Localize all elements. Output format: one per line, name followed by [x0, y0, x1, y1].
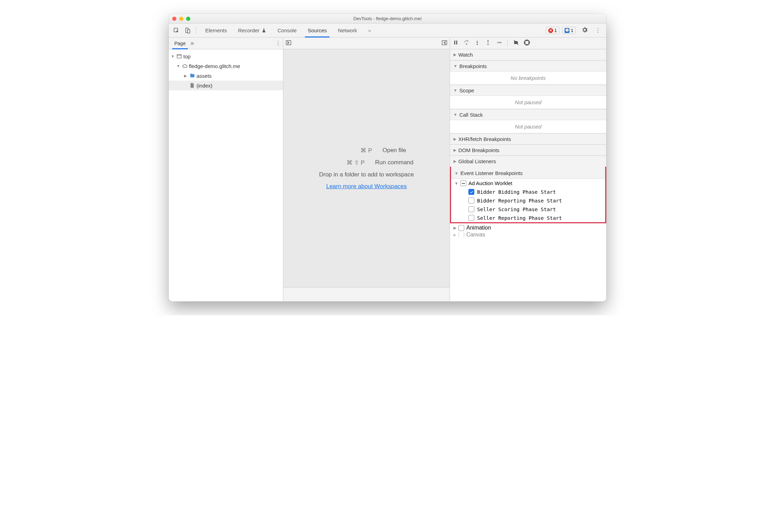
- svg-point-11: [466, 43, 467, 44]
- svg-rect-3: [177, 55, 181, 58]
- debugger-toolbar: [450, 38, 606, 49]
- svg-rect-2: [188, 30, 190, 33]
- section-breakpoints[interactable]: ▼Breakpoints: [450, 60, 606, 72]
- main-tabs: Elements Recorder Console Sources Networ…: [200, 24, 377, 37]
- tab-console[interactable]: Console: [272, 24, 302, 37]
- tab-network[interactable]: Network: [332, 24, 362, 37]
- folder-icon: [190, 73, 195, 78]
- step-icon[interactable]: [496, 40, 502, 47]
- workspace-hint: Drop in a folder to add to workspace: [319, 171, 414, 178]
- workspace-learn-more-link[interactable]: Learn more about Workspaces: [326, 183, 407, 190]
- svg-point-13: [477, 44, 478, 45]
- editor-empty-state: ⌘ P Open file ⌘ ⇧ P Run command Drop in …: [283, 49, 450, 288]
- svg-rect-21: [527, 41, 528, 44]
- titlebar: DevTools - fledge-demo.glitch.me/: [169, 14, 606, 24]
- open-file-shortcut: ⌘ P: [327, 147, 372, 154]
- event-item-seller-reporting[interactable]: Seller Reporting Phase Start: [451, 214, 605, 222]
- settings-icon[interactable]: [578, 26, 591, 35]
- event-group-header-ad-auction[interactable]: ▼ Ad Auction Worklet: [451, 179, 605, 188]
- cloud-icon: [182, 63, 188, 69]
- file-tree: ▼ top ▼ fledge-demo.glitch.me ▶ assets ▶: [169, 49, 283, 92]
- tab-recorder[interactable]: Recorder: [233, 24, 272, 37]
- checkbox-animation-group[interactable]: [458, 225, 464, 231]
- run-command-shortcut: ⌘ ⇧ P: [319, 159, 365, 166]
- event-group-animation[interactable]: ▶ Animation: [450, 223, 606, 232]
- tree-top[interactable]: ▼ top: [169, 51, 283, 61]
- tab-sources[interactable]: Sources: [302, 24, 332, 37]
- debugger-sections: ▶Watch ▼Breakpoints No breakpoints ▼Scop…: [450, 49, 606, 301]
- event-item-seller-scoring[interactable]: Seller Scoring Phase Start: [451, 205, 605, 214]
- editor-tabbar: [283, 38, 450, 49]
- pause-icon[interactable]: [453, 40, 459, 47]
- navigator-pane: Page » ⋮ ▼ top ▼ fledge-demo.glitch.me ▶: [169, 38, 283, 301]
- section-xhr-breakpoints[interactable]: ▶XHR/fetch Breakpoints: [450, 133, 606, 144]
- section-scope[interactable]: ▼Scope: [450, 85, 606, 96]
- toggle-debugger-icon[interactable]: [441, 40, 448, 47]
- event-group-ad-auction: ▼ Ad Auction Worklet Bidder Bidding Phas…: [451, 179, 605, 222]
- callstack-empty: Not paused: [450, 120, 606, 133]
- debugger-pane: ▶Watch ▼Breakpoints No breakpoints ▼Scop…: [450, 38, 606, 301]
- navigator-tabbar: Page » ⋮: [169, 38, 283, 49]
- pause-on-exceptions-icon[interactable]: [524, 40, 530, 47]
- step-over-icon[interactable]: [464, 40, 469, 47]
- flask-icon: [261, 28, 266, 33]
- inspect-icon[interactable]: [172, 26, 181, 35]
- step-into-icon[interactable]: [474, 40, 480, 47]
- breakpoints-empty: No breakpoints: [450, 72, 606, 85]
- window-title: DevTools - fledge-demo.glitch.me/: [169, 16, 606, 21]
- event-group-canvas[interactable]: ▶ Canvas: [450, 232, 606, 237]
- window-frame-icon: [176, 53, 182, 59]
- tab-elements[interactable]: Elements: [200, 24, 233, 37]
- file-icon: [190, 83, 195, 88]
- navigator-tab-page[interactable]: Page: [171, 38, 189, 49]
- more-icon[interactable]: ⋮: [592, 27, 603, 34]
- svg-point-19: [525, 40, 529, 45]
- scope-empty: Not paused: [450, 96, 606, 109]
- highlighted-region: ▼Event Listener Breakpoints ▼ Ad Auction…: [450, 167, 606, 223]
- event-item-bidder-reporting[interactable]: Bidder Reporting Phase Start: [451, 196, 605, 205]
- section-event-listener-breakpoints[interactable]: ▼Event Listener Breakpoints: [451, 163, 605, 179]
- navigator-more[interactable]: »: [191, 40, 194, 47]
- svg-point-15: [488, 44, 489, 45]
- event-item-bidder-bidding[interactable]: Bidder Bidding Phase Start: [451, 188, 605, 196]
- navigator-kebab[interactable]: ⋮: [275, 40, 281, 47]
- device-toggle-icon[interactable]: [183, 26, 192, 35]
- checkbox-seller-scoring[interactable]: [468, 206, 474, 212]
- checkbox-seller-reporting[interactable]: [468, 215, 474, 221]
- run-command-label: Run command: [375, 159, 414, 166]
- svg-rect-20: [525, 41, 526, 44]
- issue-badge[interactable]: 💬 1: [562, 27, 576, 34]
- editor-pane: ⌘ P Open file ⌘ ⇧ P Run command Drop in …: [283, 38, 450, 301]
- issue-icon: 💬: [565, 28, 569, 33]
- tabs-overflow[interactable]: »: [362, 24, 376, 37]
- open-file-label: Open file: [382, 147, 406, 154]
- toggle-navigator-icon[interactable]: [285, 40, 292, 47]
- step-out-icon[interactable]: [485, 40, 491, 47]
- section-dom-breakpoints[interactable]: ▶DOM Breakpoints: [450, 144, 606, 156]
- deactivate-breakpoints-icon[interactable]: [513, 40, 519, 47]
- svg-rect-9: [454, 41, 455, 44]
- section-callstack[interactable]: ▼Call Stack: [450, 109, 606, 120]
- content-area: Page » ⋮ ▼ top ▼ fledge-demo.glitch.me ▶: [169, 38, 606, 301]
- main-toolbar: Elements Recorder Console Sources Networ…: [169, 24, 606, 38]
- tree-folder-assets[interactable]: ▶ assets: [169, 71, 283, 81]
- section-watch[interactable]: ▶Watch: [450, 49, 606, 60]
- error-icon: ✕: [548, 28, 553, 33]
- editor-footer: [283, 288, 450, 301]
- devtools-window: DevTools - fledge-demo.glitch.me/ Elemen…: [169, 14, 606, 301]
- checkbox-canvas-group[interactable]: [458, 232, 464, 237]
- error-badge[interactable]: ✕ 1: [546, 27, 559, 34]
- svg-rect-10: [456, 41, 457, 44]
- svg-point-17: [500, 42, 501, 43]
- tree-file-index[interactable]: ▶ (index): [169, 81, 283, 90]
- checkbox-bidder-bidding[interactable]: [468, 189, 474, 195]
- checkbox-bidder-reporting[interactable]: [468, 198, 474, 203]
- tree-domain[interactable]: ▼ fledge-demo.glitch.me: [169, 61, 283, 71]
- checkbox-ad-auction-group[interactable]: [460, 180, 466, 186]
